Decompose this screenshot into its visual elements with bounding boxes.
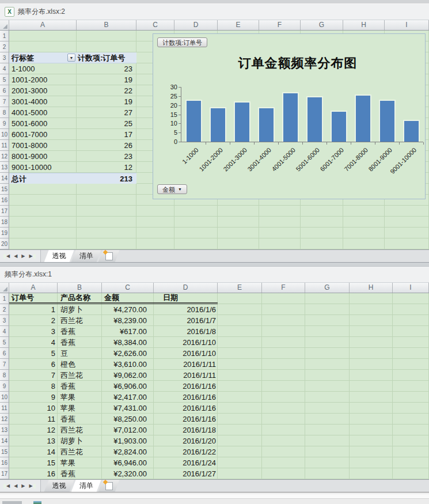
table-cell[interactable]: 苹果 xyxy=(58,403,102,414)
cell[interactable] xyxy=(393,403,429,414)
table-cell[interactable]: 10 xyxy=(9,403,58,414)
cell[interactable] xyxy=(218,359,262,370)
pivot-total-value-cell[interactable]: 213 xyxy=(77,173,136,184)
table-cell[interactable]: 2016/1/16 xyxy=(154,392,218,403)
cell[interactable] xyxy=(218,414,262,425)
chart-bar-6001-7000[interactable] xyxy=(331,111,347,142)
nav-last-sheet-button[interactable]: ▶ xyxy=(29,484,35,488)
pivot-row-labels-header-cell[interactable]: 行标签▼ xyxy=(9,52,77,63)
cell[interactable] xyxy=(218,228,259,238)
cell[interactable] xyxy=(393,293,429,304)
table-cell[interactable]: 14 xyxy=(9,446,58,457)
table-cell[interactable]: 2016/1/10 xyxy=(154,337,218,348)
row-header-12[interactable]: 12 xyxy=(0,151,9,162)
cell[interactable] xyxy=(218,337,262,348)
cell[interactable] xyxy=(393,381,429,392)
table-cell[interactable]: ¥8,384.00 xyxy=(102,337,154,348)
table-cell[interactable]: ¥2,417.00 xyxy=(102,392,154,403)
table-cell[interactable]: ¥2,626.00 xyxy=(102,348,154,359)
cell[interactable] xyxy=(218,392,262,403)
row-header-14[interactable]: 14 xyxy=(0,173,9,184)
table-cell[interactable]: 2016/1/22 xyxy=(154,446,218,457)
table-header-cell[interactable]: 日期 xyxy=(154,293,218,302)
cell[interactable] xyxy=(9,184,77,195)
cell[interactable] xyxy=(301,228,343,238)
cell[interactable] xyxy=(350,315,393,326)
cell[interactable] xyxy=(393,304,429,315)
table-cell[interactable]: 豆 xyxy=(58,348,102,359)
cell[interactable] xyxy=(350,293,393,304)
chart-bar-8001-9000[interactable] xyxy=(379,100,396,142)
cell[interactable] xyxy=(305,446,350,457)
cell[interactable] xyxy=(218,468,262,479)
table-cell[interactable]: ¥6,906.00 xyxy=(102,381,154,392)
cell[interactable] xyxy=(393,425,429,435)
chart-bar-1001-2000[interactable] xyxy=(210,107,226,142)
cell[interactable] xyxy=(218,446,262,457)
cell[interactable] xyxy=(350,435,393,446)
cell[interactable] xyxy=(301,238,343,249)
pivot-chart[interactable]: 计数项:订单号 订单金额频率分布图 302520151050 1-1000100… xyxy=(153,33,426,199)
cell[interactable] xyxy=(305,457,350,468)
cell[interactable] xyxy=(305,403,350,414)
cell[interactable] xyxy=(262,370,305,381)
pivot-count-cell[interactable]: 22 xyxy=(77,85,136,96)
cell[interactable] xyxy=(77,217,136,228)
table-cell[interactable]: 西兰花 xyxy=(58,370,102,381)
table-cell[interactable]: 11 xyxy=(9,414,58,425)
select-all-corner[interactable] xyxy=(0,20,9,30)
pivot-bin-cell[interactable]: 1001-2000 xyxy=(9,74,77,85)
cell[interactable] xyxy=(262,293,305,304)
cell[interactable] xyxy=(350,381,393,392)
cell[interactable] xyxy=(350,348,393,359)
table-cell[interactable]: ¥4,270.00 xyxy=(102,304,154,315)
table-cell[interactable]: ¥6,946.00 xyxy=(102,457,154,468)
table-cell[interactable]: ¥2,824.00 xyxy=(102,446,154,457)
cell[interactable] xyxy=(343,228,385,238)
nav-last-sheet-button[interactable]: ▶ xyxy=(29,254,35,259)
select-all-corner[interactable] xyxy=(0,283,9,293)
column-header-I[interactable]: I xyxy=(385,20,429,30)
table-cell[interactable]: 香蕉 xyxy=(58,381,102,392)
cell[interactable] xyxy=(136,217,174,228)
cell[interactable] xyxy=(9,195,77,206)
cell[interactable] xyxy=(77,238,136,249)
cell[interactable] xyxy=(305,326,350,337)
cell[interactable] xyxy=(218,206,259,217)
window-titlebar[interactable]: 频率分布.xlsx:1 xyxy=(0,267,429,283)
cell[interactable] xyxy=(350,457,393,468)
sheet-tab-1[interactable]: 透视 xyxy=(44,480,74,492)
pivot-count-cell[interactable]: 25 xyxy=(77,118,136,129)
row-header-11[interactable]: 11 xyxy=(0,140,9,151)
table-cell[interactable]: 香蕉 xyxy=(58,414,102,425)
table-cell[interactable]: ¥2,320.00 xyxy=(102,468,154,479)
cell[interactable] xyxy=(218,217,259,228)
table-header-cell[interactable]: 金额 xyxy=(102,293,154,302)
cell[interactable] xyxy=(301,206,343,217)
pivot-bin-cell[interactable]: 9001-10000 xyxy=(9,162,77,173)
cell[interactable] xyxy=(305,435,350,446)
row-header-9[interactable]: 9 xyxy=(0,118,9,129)
cell[interactable] xyxy=(393,414,429,425)
nav-first-sheet-button[interactable]: ◀ xyxy=(3,254,10,259)
table-cell[interactable]: 2016/1/27 xyxy=(154,468,218,479)
table-cell[interactable]: 2016/1/11 xyxy=(154,359,218,370)
row-header-19[interactable]: 19 xyxy=(0,228,9,238)
cell[interactable] xyxy=(305,348,350,359)
row-header-5[interactable]: 5 xyxy=(0,74,9,85)
cell[interactable] xyxy=(262,425,305,435)
chart-title[interactable]: 订单金额频率分布图 xyxy=(176,55,419,72)
table-cell[interactable]: 香蕉 xyxy=(58,337,102,348)
nav-prev-sheet-button[interactable]: ◀ xyxy=(14,254,17,259)
cell[interactable] xyxy=(305,370,350,381)
cell[interactable] xyxy=(218,457,262,468)
cell[interactable] xyxy=(343,206,385,217)
row-header-7[interactable]: 7 xyxy=(0,96,9,107)
cell[interactable] xyxy=(218,326,262,337)
pivot-count-cell[interactable]: 23 xyxy=(77,151,136,162)
cell[interactable] xyxy=(393,315,429,326)
column-header-C[interactable]: C xyxy=(136,20,174,30)
cell[interactable] xyxy=(350,392,393,403)
cell[interactable] xyxy=(77,184,136,195)
cell[interactable] xyxy=(174,228,218,238)
